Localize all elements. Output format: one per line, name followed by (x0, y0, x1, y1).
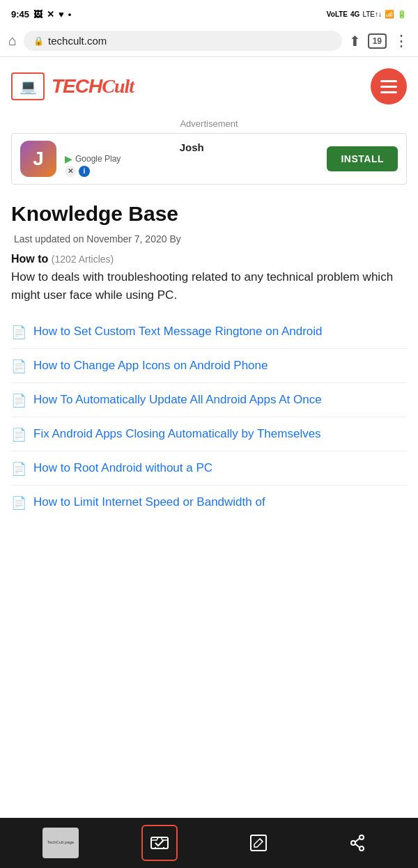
browser-actions: ⬆ 19 ⋮ (349, 32, 410, 50)
logo-tech: TECH (52, 75, 102, 97)
bottom-nav: TechCult page (0, 818, 418, 868)
heart-icon: ♥ (59, 9, 64, 20)
laptop-icon: 💻 (20, 78, 37, 95)
capture-icon (150, 833, 169, 853)
doc-icon: 📄 (11, 393, 26, 408)
category-desc: How to deals with troubleshooting relate… (11, 268, 407, 304)
svg-point-2 (359, 835, 364, 839)
svg-rect-1 (251, 835, 266, 851)
last-updated: Last updated on November 7, 2020 By (11, 233, 407, 245)
status-icons: VoLTE 4G LTE↑↓ 📶 🔋 (327, 10, 407, 19)
hamburger-icon (380, 80, 397, 93)
ad-info: Josh ▶ Google Play ✕ i (65, 141, 318, 177)
install-button[interactable]: INSTALL (327, 146, 398, 171)
close-icon: ✕ (47, 9, 54, 20)
url-bar[interactable]: 🔒 techcult.com (24, 31, 342, 51)
logo-text: TECHCult (52, 75, 134, 98)
category-label: How to (11, 253, 48, 265)
capture-button[interactable] (141, 825, 178, 861)
article-item[interactable]: 📄 How to Set Custom Text Message Rington… (11, 315, 407, 348)
battery-icon: 🔋 (397, 10, 407, 19)
edit-icon (249, 833, 268, 853)
article-item[interactable]: 📄 How to Change App Icons on Android Pho… (11, 348, 407, 382)
article-list: 📄 How to Set Custom Text Message Rington… (11, 315, 407, 519)
doc-icon: 📄 (11, 427, 26, 442)
status-time: 9:45 🖼 ✕ ♥ • (11, 9, 71, 20)
article-item[interactable]: 📄 Fix Android Apps Closing Automatically… (11, 417, 407, 451)
category-info: How to (1202 Articles) How to deals with… (11, 253, 407, 304)
logo-area: 💻 TECHCult (11, 72, 134, 100)
ad-banner: Advertisement J Josh ▶ Google Play ✕ i I… (0, 113, 418, 190)
ad-info-badge[interactable]: i (79, 166, 90, 177)
article-item[interactable]: 📄 How To Automatically Update All Androi… (11, 382, 407, 417)
logo-icon: 💻 (11, 72, 45, 100)
svg-line-5 (355, 839, 359, 842)
dot-icon: • (68, 9, 72, 20)
article-link[interactable]: How to Change App Icons on Android Phone (33, 357, 268, 374)
play-store-icon: ▶ (65, 153, 72, 164)
doc-icon: 📄 (11, 325, 26, 340)
ad-content[interactable]: J Josh ▶ Google Play ✕ i INSTALL (11, 133, 407, 185)
hamburger-menu-button[interactable] (371, 68, 407, 104)
network-icon: 4G (350, 10, 359, 18)
ad-label: Advertisement (11, 118, 407, 129)
article-item[interactable]: 📄 How to Limit Internet Speed or Bandwid… (11, 485, 407, 519)
photo-icon: 🖼 (33, 9, 42, 20)
site-header: 💻 TECHCult (0, 57, 418, 113)
volte-icon: VoLTE (327, 10, 348, 18)
ad-icon-letter: J (33, 148, 44, 170)
page-title: Knowledge Base (11, 201, 407, 226)
article-link[interactable]: How To Automatically Update All Android … (33, 392, 322, 408)
svg-line-6 (355, 844, 359, 848)
ad-store-name: Google Play (75, 154, 121, 164)
share-icon[interactable]: ⬆ (349, 33, 361, 49)
status-bar: 9:45 🖼 ✕ ♥ • VoLTE 4G LTE↑↓ 📶 🔋 (0, 0, 418, 25)
share-button[interactable] (339, 825, 376, 861)
page-content: 💻 TECHCult Advertisement J Josh ▶ Google… (0, 57, 418, 575)
time-display: 9:45 (11, 9, 29, 20)
lock-icon: 🔒 (33, 36, 44, 46)
doc-icon: 📄 (11, 495, 26, 511)
signal-icon: 📶 (385, 10, 394, 19)
article-link[interactable]: How to Limit Internet Speed or Bandwidth… (33, 494, 265, 511)
ad-app-name: Josh (65, 141, 318, 153)
article-link[interactable]: How to Set Custom Text Message Ringtone … (33, 323, 323, 340)
doc-icon: 📄 (11, 359, 26, 374)
article-item[interactable]: 📄 How to Root Android without a PC (11, 451, 407, 485)
more-options-icon[interactable]: ⋮ (394, 32, 410, 50)
doc-icon: 📄 (11, 461, 26, 476)
tab-count[interactable]: 19 (368, 33, 387, 49)
logo-cult: Cult (102, 75, 134, 97)
ad-close-badge[interactable]: ✕ (65, 166, 76, 177)
article-content: Knowledge Base Last updated on November … (0, 190, 418, 519)
url-text: techcult.com (48, 35, 107, 47)
page-thumbnail[interactable]: TechCult page (42, 828, 79, 858)
article-link[interactable]: Fix Android Apps Closing Automatically b… (33, 426, 321, 442)
edit-button[interactable] (240, 825, 277, 861)
home-button[interactable]: ⌂ (8, 33, 17, 49)
lte-icon: LTE↑↓ (362, 10, 382, 18)
svg-point-3 (351, 841, 355, 845)
svg-rect-0 (151, 837, 168, 848)
ad-store: ▶ Google Play (65, 153, 318, 164)
thumbnail-image: TechCult page (42, 828, 79, 858)
category-count: (1202 Articles) (52, 254, 114, 265)
article-link[interactable]: How to Root Android without a PC (33, 460, 212, 476)
ad-app-icon: J (20, 141, 56, 177)
browser-bar: ⌂ 🔒 techcult.com ⬆ 19 ⋮ (0, 25, 418, 57)
ad-badges: ✕ i (65, 166, 318, 177)
share-icon (348, 833, 367, 853)
svg-point-4 (359, 846, 364, 851)
